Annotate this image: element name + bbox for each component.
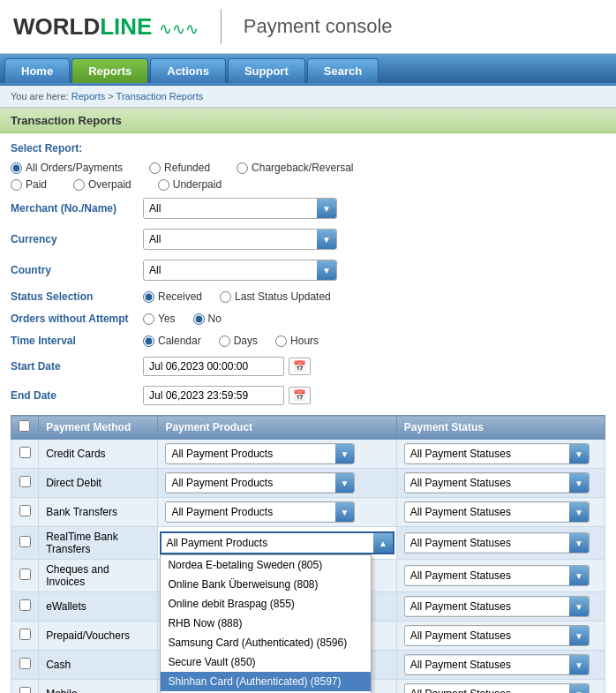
product-dropdown[interactable]: All Payment Products▼ — [165, 472, 355, 493]
end-date-input[interactable] — [143, 386, 284, 405]
app-title: Payment console — [244, 15, 393, 38]
radio-overpaid[interactable]: Overpaid — [73, 178, 131, 191]
breadcrumb-transaction-reports[interactable]: Transaction Reports — [116, 91, 204, 102]
row-checkbox[interactable] — [19, 447, 31, 458]
dropdown-item[interactable]: Nordea E-betaling Sweden (805) — [161, 555, 371, 575]
status-dropdown[interactable]: All Payment Statuses▼ — [404, 596, 590, 617]
product-dropdown-toggle[interactable]: ▲ — [373, 533, 393, 553]
cell-status: All Payment Statuses▼ — [396, 440, 605, 469]
status-dropdown[interactable]: All Payment Statuses▼ — [404, 532, 590, 554]
status-selection-row: Status Selection Received Last Status Up… — [11, 288, 605, 305]
country-dropdown-btn[interactable]: ▼ — [317, 260, 336, 280]
nav-search[interactable]: Search — [307, 58, 379, 83]
status-dropdown[interactable]: All Payment Statuses▼ — [404, 565, 590, 586]
merchant-dropdown[interactable]: ▼ — [143, 198, 337, 219]
radio-received[interactable]: Received — [143, 290, 202, 303]
radio-paid[interactable]: Paid — [11, 178, 47, 191]
country-label: Country — [11, 264, 143, 276]
status-dropdown-btn[interactable]: ▼ — [569, 444, 589, 463]
cell-method: Cash — [39, 651, 158, 680]
radio-calendar[interactable]: Calendar — [143, 335, 201, 347]
nav-support[interactable]: Support — [228, 58, 305, 83]
cell-status: All Payment Statuses▼ — [396, 469, 605, 498]
merchant-dropdown-btn[interactable]: ▼ — [317, 199, 336, 218]
radio-days[interactable]: Days — [219, 335, 258, 347]
radio-refunded[interactable]: Refunded — [149, 162, 210, 174]
row-checkbox[interactable] — [19, 569, 31, 580]
breadcrumb-prefix: You are here: — [11, 91, 69, 102]
th-checkbox — [11, 416, 39, 440]
dropdown-item[interactable]: Samsung Card (Authenticated) (8596) — [161, 633, 371, 652]
row-checkbox[interactable] — [19, 536, 31, 547]
currency-dropdown[interactable]: ▼ — [143, 229, 337, 250]
cell-method: Bank Transfers — [39, 498, 158, 527]
start-date-calendar-btn[interactable]: 📅 — [289, 358, 311, 375]
dropdown-item[interactable]: Online Bank Überweisung (808) — [161, 575, 371, 594]
row-checkbox[interactable] — [19, 687, 31, 693]
status-dropdown-value: All Payment Statuses — [405, 627, 569, 644]
radio-all-orders[interactable]: All Orders/Payments — [11, 162, 123, 174]
status-selection-options: Received Last Status Updated — [143, 290, 331, 303]
status-dropdown-btn[interactable]: ▼ — [569, 684, 589, 693]
status-dropdown-value: All Payment Statuses — [405, 656, 569, 674]
select-all-checkbox[interactable] — [19, 420, 30, 432]
product-dropdown[interactable]: All Payment Products▼ — [165, 501, 355, 523]
status-dropdown-btn[interactable]: ▼ — [569, 597, 589, 616]
country-row: Country ▼ — [11, 257, 605, 283]
country-input[interactable] — [144, 261, 317, 279]
currency-dropdown-btn[interactable]: ▼ — [317, 230, 336, 249]
end-date-calendar-btn[interactable]: 📅 — [289, 387, 311, 404]
status-dropdown[interactable]: All Payment Statuses▼ — [404, 443, 590, 464]
merchant-input[interactable] — [144, 200, 317, 217]
product-dropdown-btn[interactable]: ▼ — [335, 502, 355, 522]
status-dropdown-btn[interactable]: ▼ — [569, 566, 589, 585]
radio-hours[interactable]: Hours — [275, 335, 319, 347]
product-dropdown-input[interactable] — [162, 534, 373, 552]
breadcrumb: You are here: Reports > Transaction Repo… — [0, 86, 616, 108]
product-dropdown-btn[interactable]: ▼ — [335, 444, 355, 463]
status-dropdown-btn[interactable]: ▼ — [569, 533, 589, 553]
status-dropdown[interactable]: All Payment Statuses▼ — [404, 654, 590, 675]
start-date-label: Start Date — [11, 360, 143, 373]
end-date-control: 📅 — [143, 386, 311, 405]
dropdown-item[interactable]: Secure Vault (850) — [161, 652, 371, 672]
radio-underpaid[interactable]: Underpaid — [158, 178, 222, 191]
nav-reports[interactable]: Reports — [71, 58, 148, 83]
start-date-input[interactable] — [143, 357, 284, 376]
row-checkbox[interactable] — [19, 505, 31, 516]
row-checkbox[interactable] — [19, 599, 31, 611]
product-dropdown-value: All Payment Products — [166, 503, 334, 521]
row-checkbox[interactable] — [19, 629, 31, 640]
nav-actions[interactable]: Actions — [150, 58, 226, 83]
product-dropdown-btn[interactable]: ▼ — [335, 473, 355, 493]
time-interval-options: Calendar Days Hours — [143, 335, 319, 347]
country-dropdown[interactable]: ▼ — [143, 260, 337, 281]
currency-row: Currency ▼ — [11, 226, 605, 252]
cell-status: All Payment Statuses▼ — [396, 621, 605, 651]
status-dropdown-btn[interactable]: ▼ — [569, 655, 589, 674]
row-checkbox[interactable] — [19, 476, 31, 487]
currency-input[interactable] — [144, 230, 317, 248]
dropdown-item[interactable]: Online debit Braspag (855) — [161, 594, 371, 614]
radio-no[interactable]: No — [193, 313, 222, 325]
product-dropdown[interactable]: All Payment Products▼ — [165, 443, 355, 464]
status-dropdown[interactable]: All Payment Statuses▼ — [404, 625, 590, 646]
breadcrumb-reports[interactable]: Reports — [71, 91, 106, 102]
logo-divider — [221, 9, 222, 44]
status-dropdown-btn[interactable]: ▼ — [569, 626, 589, 645]
status-dropdown-btn[interactable]: ▼ — [569, 473, 589, 493]
radio-chargeback[interactable]: Chargeback/Reversal — [237, 162, 353, 174]
radio-last-status[interactable]: Last Status Updated — [220, 290, 331, 303]
row-checkbox[interactable] — [19, 658, 31, 669]
table-header-row: Payment Method Payment Product Payment S… — [11, 416, 605, 440]
product-dropdown-list: Nordea E-betaling Sweden (805)Online Ban… — [160, 554, 372, 693]
status-dropdown[interactable]: All Payment Statuses▼ — [404, 472, 590, 493]
dropdown-item[interactable]: RHB Now (888) — [161, 614, 371, 633]
radio-yes[interactable]: Yes — [143, 313, 176, 325]
cell-status: All Payment Statuses▼ — [396, 498, 605, 527]
status-dropdown[interactable]: All Payment Statuses▼ — [404, 501, 590, 523]
dropdown-item[interactable]: Shinhan Card (Authenticated) (8597) — [161, 672, 371, 691]
status-dropdown-btn[interactable]: ▼ — [569, 502, 589, 522]
nav-home[interactable]: Home — [4, 58, 70, 83]
status-dropdown[interactable]: All Payment Statuses▼ — [404, 683, 590, 693]
